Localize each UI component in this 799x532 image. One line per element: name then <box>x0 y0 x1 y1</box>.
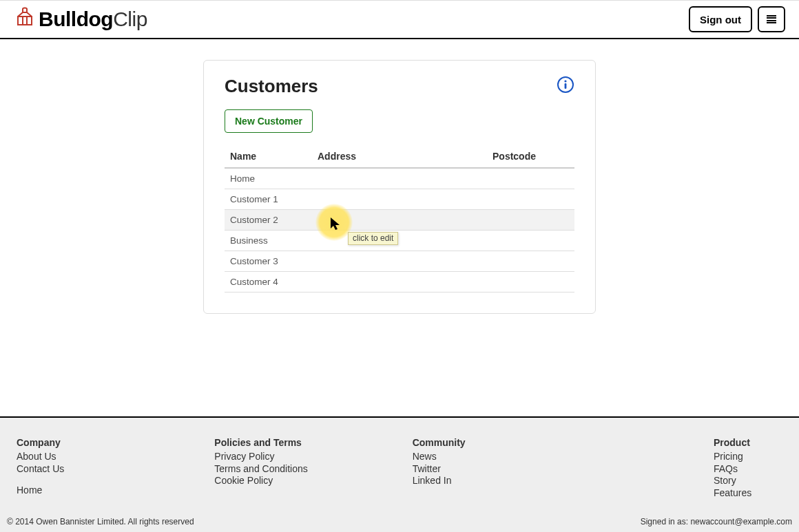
hamburger-icon <box>767 15 776 23</box>
info-icon[interactable] <box>557 76 574 96</box>
cell-name[interactable]: Home <box>225 168 312 189</box>
col-header-address: Address <box>312 145 487 168</box>
table-row[interactable]: Customer 4 <box>225 272 574 292</box>
cell-address[interactable] <box>312 189 487 210</box>
footer-heading: Policies and Terms <box>214 437 412 448</box>
customers-table: Name Address Postcode HomeCustomer 1Cust… <box>225 145 574 292</box>
footer-link[interactable]: Home <box>17 485 214 497</box>
signed-in-text: Signed in as: newaccount@example.com <box>641 517 792 526</box>
cell-address[interactable] <box>312 210 487 231</box>
footer-link[interactable]: News <box>413 451 610 463</box>
footer-col: Policies and TermsPrivacy PolicyTerms an… <box>214 437 412 499</box>
menu-button[interactable] <box>758 6 785 32</box>
table-row[interactable]: Business <box>225 231 574 251</box>
footer-link[interactable]: Features <box>714 487 782 500</box>
cell-address[interactable] <box>312 251 487 272</box>
customers-card: Customers New Customer Name Address Post… <box>203 60 596 314</box>
cell-postcode[interactable] <box>487 210 574 231</box>
table-row[interactable]: Customer 1 <box>225 189 574 210</box>
cell-postcode[interactable] <box>487 168 574 189</box>
cell-postcode[interactable] <box>487 251 574 272</box>
footer-link[interactable]: Story <box>714 475 782 487</box>
svg-rect-0 <box>18 17 32 25</box>
footer-link[interactable]: Pricing <box>714 451 782 463</box>
footer-heading: Community <box>413 437 610 448</box>
footer-col: ProductPricingFAQsStoryFeatures <box>610 437 782 499</box>
cell-address[interactable] <box>312 272 487 292</box>
new-customer-button[interactable]: New Customer <box>225 109 313 133</box>
cell-postcode[interactable] <box>487 272 574 292</box>
footer-link[interactable]: Privacy Policy <box>214 451 412 463</box>
col-header-name: Name <box>225 145 312 168</box>
footer-link[interactable]: About Us <box>17 451 214 463</box>
sign-out-button[interactable]: Sign out <box>689 6 752 32</box>
table-row[interactable]: Home <box>225 168 574 189</box>
footer-heading: Product <box>714 437 782 448</box>
cell-postcode[interactable] <box>487 231 574 251</box>
app-footer: CompanyAbout UsContact UsHomePolicies an… <box>0 416 799 532</box>
cell-name[interactable]: Business <box>225 231 312 251</box>
svg-rect-5 <box>565 83 567 89</box>
footer-link[interactable]: Contact Us <box>17 463 214 476</box>
footer-link[interactable]: Twitter <box>413 463 610 476</box>
logo-text: BulldogClip <box>39 8 147 31</box>
footer-link[interactable]: Terms and Conditions <box>214 463 412 476</box>
app-header: BulldogClip Sign out <box>0 1 799 39</box>
footer-col: CommunityNewsTwitterLinked In <box>413 437 610 499</box>
footer-link[interactable]: FAQs <box>714 463 782 476</box>
table-row[interactable]: Customer 2 <box>225 210 574 231</box>
col-header-postcode: Postcode <box>487 145 574 168</box>
table-row[interactable]: Customer 3 <box>225 251 574 272</box>
footer-heading: Company <box>17 437 214 448</box>
cell-address[interactable] <box>312 231 487 251</box>
svg-point-4 <box>564 80 566 82</box>
footer-link[interactable]: Linked In <box>413 475 610 487</box>
bulldog-clip-icon <box>14 7 36 29</box>
cell-name[interactable]: Customer 4 <box>225 272 312 292</box>
copyright-text: © 2014 Owen Bannister Limited. All right… <box>7 517 194 526</box>
footer-link[interactable]: Cookie Policy <box>214 475 412 487</box>
cell-postcode[interactable] <box>487 189 574 210</box>
cell-name[interactable]: Customer 2 <box>225 210 312 231</box>
footer-col: CompanyAbout UsContact UsHome <box>17 437 214 499</box>
cell-name[interactable]: Customer 1 <box>225 189 312 210</box>
page-title: Customers <box>225 76 318 97</box>
cell-address[interactable] <box>312 168 487 189</box>
logo[interactable]: BulldogClip <box>14 8 147 31</box>
cell-name[interactable]: Customer 3 <box>225 251 312 272</box>
